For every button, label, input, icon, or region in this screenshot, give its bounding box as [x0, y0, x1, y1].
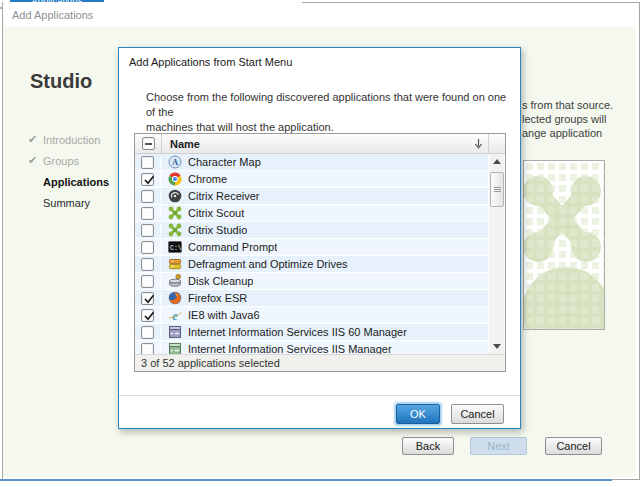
- scroll-up-button[interactable]: [489, 154, 504, 169]
- app-list-body: ACharacter MapChromeCitrix ReceiverCitri…: [135, 154, 488, 354]
- app-name-cell: Internet Information Services IIS Manage…: [161, 342, 392, 354]
- app-row[interactable]: Citrix Receiver: [135, 188, 488, 205]
- step-done-check-icon: ✔: [28, 133, 43, 146]
- app-row[interactable]: eIE8 with Java6: [135, 307, 488, 324]
- app-checkbox-cell: [135, 258, 161, 271]
- app-row[interactable]: C:\Command Prompt: [135, 239, 488, 256]
- citrix-scout-icon: [168, 206, 182, 220]
- chrome-icon: [168, 172, 182, 186]
- app-label: Internet Information Services IIS Manage…: [188, 343, 392, 354]
- app-checkbox-cell: [135, 292, 161, 305]
- app-checkbox[interactable]: [141, 190, 154, 203]
- dialog-footer-separator: [119, 395, 520, 396]
- app-name-cell: Defragment and Optimize Drives: [161, 257, 348, 271]
- header-scrollbar-spacer: [489, 134, 505, 153]
- app-checkbox-checked[interactable]: [141, 292, 154, 305]
- selection-status-text: 3 of 52 applications selected: [141, 357, 280, 369]
- app-name-cell: Citrix Studio: [161, 223, 247, 237]
- app-name-cell: Disk Cleanup: [161, 274, 253, 288]
- app-checkbox[interactable]: [141, 207, 154, 220]
- app-label: Chrome: [188, 173, 227, 185]
- dialog-description-line: Choose from the following discovered app…: [146, 90, 512, 120]
- app-label: Citrix Receiver: [188, 190, 260, 202]
- app-checkbox-cell: [135, 156, 161, 169]
- wizard-step-label: Summary: [43, 197, 90, 209]
- app-name-cell: Firefox ESR: [161, 291, 247, 305]
- app-name-cell: Citrix Receiver: [161, 189, 260, 203]
- app-checkbox-cell: [135, 207, 161, 220]
- dialog-title: Add Applications from Start Menu: [129, 56, 292, 68]
- thumb-grip-icon: [494, 189, 501, 190]
- app-row[interactable]: ACharacter Map: [135, 154, 488, 171]
- app-row[interactable]: Citrix Scout: [135, 205, 488, 222]
- app-row[interactable]: Internet Information Services IIS 60 Man…: [135, 324, 488, 341]
- app-checkbox[interactable]: [141, 224, 154, 237]
- app-checkbox[interactable]: [141, 258, 154, 271]
- next-button-disabled[interactable]: Next: [470, 437, 527, 455]
- select-all-cell: [135, 134, 162, 153]
- name-header-label: Name: [170, 138, 200, 150]
- app-name-cell: eIE8 with Java6: [161, 308, 260, 322]
- character-map-icon: A: [168, 155, 182, 169]
- app-row[interactable]: Firefox ESR: [135, 290, 488, 307]
- app-checkbox-cell: [135, 190, 161, 203]
- list-scrollbar[interactable]: [489, 154, 504, 354]
- app-row[interactable]: Internet Information Services IIS Manage…: [135, 341, 488, 354]
- triangle-down-icon: [493, 344, 501, 349]
- app-row[interactable]: Citrix Studio: [135, 222, 488, 239]
- wizard-step-label: Introduction: [43, 134, 100, 146]
- back-button[interactable]: Back: [402, 437, 454, 455]
- app-name-cell: Citrix Scout: [161, 206, 244, 220]
- clipped-line: s from that source.: [522, 98, 640, 112]
- window-top-border: [302, 2, 639, 3]
- app-name-cell: Internet Information Services IIS 60 Man…: [161, 325, 407, 339]
- citrix-artwork-image: [523, 160, 605, 330]
- app-label: Citrix Scout: [188, 207, 244, 219]
- app-checkbox-cell: [135, 326, 161, 339]
- ie-icon: e: [168, 308, 182, 322]
- app-row[interactable]: Disk Cleanup: [135, 273, 488, 290]
- app-row[interactable]: Chrome: [135, 171, 488, 188]
- scroll-down-button[interactable]: [489, 339, 504, 354]
- app-checkbox-checked[interactable]: [141, 309, 154, 322]
- selection-status-bar: 3 of 52 applications selected: [135, 354, 505, 371]
- screen: Applications Add Applications Studio ✔In…: [0, 0, 642, 487]
- dialog-cancel-button[interactable]: Cancel: [451, 404, 504, 424]
- citrix-studio-icon: [168, 223, 182, 237]
- app-label: Internet Information Services IIS 60 Man…: [188, 326, 407, 338]
- name-column-header[interactable]: Name: [162, 134, 489, 153]
- app-checkbox[interactable]: [141, 241, 154, 254]
- add-applications-from-start-menu-dialog: Add Applications from Start Menu Choose …: [118, 47, 521, 429]
- sort-descending-icon[interactable]: [474, 138, 483, 151]
- app-checkbox-cell: [135, 173, 161, 186]
- dialog-description: Choose from the following discovered app…: [146, 90, 512, 135]
- app-row[interactable]: Defragment and Optimize Drives: [135, 256, 488, 273]
- artwork-canvas: [524, 161, 604, 330]
- ok-button[interactable]: OK: [396, 404, 440, 424]
- wizard-step-label: Groups: [43, 155, 79, 167]
- studio-logo: Studio: [30, 70, 92, 93]
- app-name-cell: Chrome: [161, 172, 227, 186]
- triangle-up-icon: [493, 159, 501, 164]
- wizard-cancel-button[interactable]: Cancel: [545, 437, 602, 455]
- app-checkbox[interactable]: [141, 326, 154, 339]
- scrollbar-thumb[interactable]: [490, 172, 504, 207]
- disk-cleanup-icon: [168, 274, 182, 288]
- iis-icon: [168, 342, 182, 354]
- app-checkbox-checked[interactable]: [141, 173, 154, 186]
- app-label: Firefox ESR: [188, 292, 247, 304]
- app-label: Character Map: [188, 156, 261, 168]
- app-checkbox-cell: [135, 309, 161, 322]
- app-checkbox[interactable]: [141, 275, 154, 288]
- defrag-icon: [168, 257, 182, 271]
- app-checkbox-cell: [135, 241, 161, 254]
- app-checkbox[interactable]: [141, 156, 154, 169]
- app-checkbox-cell: [135, 224, 161, 237]
- app-checkbox[interactable]: [141, 343, 154, 355]
- clipped-line: lected groups will: [522, 112, 640, 126]
- clipped-description-text: s from that source. lected groups will a…: [522, 98, 640, 140]
- select-all-checkbox[interactable]: [142, 137, 155, 150]
- indeterminate-mark-icon: [145, 143, 152, 145]
- clipped-line: ange application: [522, 126, 640, 140]
- list-header: Name: [135, 134, 505, 154]
